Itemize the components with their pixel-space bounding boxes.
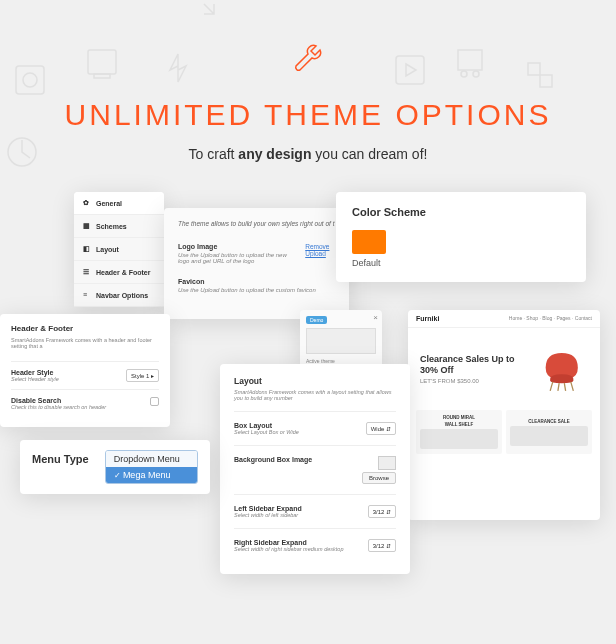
- nav-navbar-options[interactable]: ≡Navbar Options: [74, 284, 164, 307]
- disable-search-checkbox[interactable]: [150, 397, 159, 406]
- general-hint: The theme allows to build your own style…: [178, 220, 335, 227]
- svg-line-11: [571, 382, 574, 391]
- right-sidebar-row: Right Sidebar Expand Select width of rig…: [234, 528, 396, 562]
- box-layout-row: Box Layout Select Layout Box or Wide Wid…: [234, 411, 396, 445]
- svg-line-12: [558, 383, 559, 391]
- box-layout-select[interactable]: Wide ⇵: [366, 422, 396, 435]
- wrench-icon: [290, 40, 326, 80]
- logo-field: Logo Image Use the Upload button to uplo…: [178, 243, 335, 264]
- menu-type-dropdown[interactable]: Dropdown Menu Mega Menu: [105, 450, 198, 484]
- left-sidebar-select[interactable]: 3/12 ⇵: [368, 505, 396, 518]
- color-scheme-label: Color Scheme: [352, 206, 570, 218]
- layout-panel: Layout SmartAddons Framework comes with …: [220, 364, 410, 574]
- site-preview: Furniki Home · Shop · Blog · Pages · Con…: [408, 310, 600, 520]
- right-sidebar-select[interactable]: 3/12 ⇵: [368, 539, 396, 552]
- browse-button[interactable]: Browse: [362, 472, 396, 484]
- color-scheme-panel: Color Scheme Default: [336, 192, 586, 282]
- header-style-row: Header Style Select Header style Style 1…: [11, 361, 159, 389]
- gear-icon: ✿: [83, 199, 91, 207]
- swatch-caption: Default: [352, 258, 570, 268]
- rows-icon: ☰: [83, 268, 91, 276]
- preview-topbar: Furniki Home · Shop · Blog · Pages · Con…: [408, 310, 600, 328]
- preview-nav: Home · Shop · Blog · Pages · Contact: [509, 315, 592, 322]
- close-icon[interactable]: ×: [373, 313, 378, 322]
- header-footer-panel: Header & Footer SmartAddons Framework co…: [0, 314, 170, 427]
- active-theme-panel: × Demo Active theme: [300, 310, 382, 370]
- settings-sidebar: ✿General ▦Schemes ◧Layout ☰Header & Foot…: [74, 192, 164, 307]
- menu-option-mega[interactable]: Mega Menu: [106, 467, 197, 483]
- left-sidebar-row: Left Sidebar Expand Select width of left…: [234, 494, 396, 528]
- menu-option-dropdown[interactable]: Dropdown Menu: [106, 451, 197, 467]
- svg-line-13: [565, 383, 566, 391]
- menu-type-label: Menu Type: [32, 450, 89, 465]
- layout-icon: ◧: [83, 245, 91, 253]
- preview-brand: Furniki: [416, 315, 439, 322]
- preview-hero: Clearance Sales Up to 30% Off LET'S FROM…: [408, 328, 600, 410]
- bg-image-row: Background Box Image Browse: [234, 445, 396, 494]
- chair-icon: [536, 338, 588, 400]
- card-thumb: [420, 429, 498, 449]
- page-title: UNLIMITED THEME OPTIONS: [0, 98, 616, 132]
- card-thumb: [510, 426, 588, 446]
- svg-line-10: [551, 382, 554, 391]
- nav-header-footer[interactable]: ☰Header & Footer: [74, 261, 164, 284]
- preview-card[interactable]: CLEARANCE SALE: [506, 410, 592, 454]
- color-swatch-default[interactable]: [352, 230, 386, 254]
- menu-icon: ≡: [83, 291, 91, 299]
- bg-image-preview: [378, 456, 396, 470]
- page-subtitle: To craft any design you can dream of!: [0, 146, 616, 162]
- nav-schemes[interactable]: ▦Schemes: [74, 215, 164, 238]
- remove-upload-link[interactable]: Remove Upload: [305, 243, 335, 257]
- general-panel: The theme allows to build your own style…: [164, 208, 349, 319]
- nav-layout[interactable]: ◧Layout: [74, 238, 164, 261]
- disable-search-row: Disable Search Check this to disable sea…: [11, 389, 159, 417]
- theme-thumbnail[interactable]: [306, 328, 376, 354]
- favicon-field: Favicon Use the Upload button to upload …: [178, 278, 335, 293]
- header-style-select[interactable]: Style 1 ▸: [126, 369, 159, 382]
- preview-card[interactable]: ROUND MIRAL WALL SHELF: [416, 410, 502, 454]
- nav-general[interactable]: ✿General: [74, 192, 164, 215]
- theme-badge: Demo: [306, 316, 327, 324]
- grid-icon: ▦: [83, 222, 91, 230]
- menu-type-panel: Menu Type Dropdown Menu Mega Menu: [20, 440, 210, 494]
- preview-cards: ROUND MIRAL WALL SHELF CLEARANCE SALE: [408, 410, 600, 454]
